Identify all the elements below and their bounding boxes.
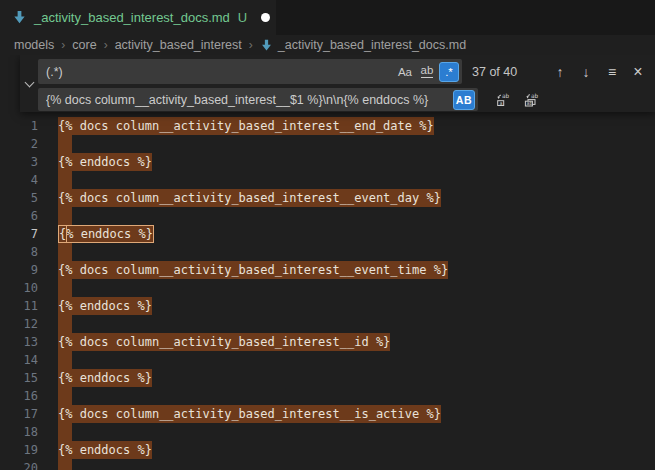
next-match-button[interactable]: ↓ [575, 61, 597, 83]
breadcrumb-item-activity_based_interest[interactable]: activity_based_interest [115, 38, 242, 52]
line-number: 4 [0, 171, 38, 189]
toggle-replace-button[interactable] [20, 55, 38, 112]
line-content[interactable] [58, 171, 655, 189]
line-content[interactable]: {% enddocs %} [58, 369, 655, 387]
line-number: 10 [0, 279, 38, 297]
line-content[interactable] [58, 423, 655, 441]
svg-text:a: a [499, 99, 502, 105]
regex-button[interactable]: .* [439, 62, 459, 82]
line-number: 3 [0, 153, 38, 171]
breadcrumb: models›core›activity_based_interest› _ac… [0, 35, 655, 55]
line-content[interactable] [58, 279, 655, 297]
tab-title: _activity_based_interest_docs.md [34, 10, 230, 25]
editor-line-1: 1{% docs column__activity_based_interest… [0, 117, 655, 135]
line-number: 14 [0, 351, 38, 369]
line-content[interactable]: {% docs column__activity_based_interest_… [58, 189, 655, 207]
line-number: 16 [0, 387, 38, 405]
find-match-highlight: {% enddocs %} [58, 441, 152, 459]
line-content[interactable] [58, 243, 655, 261]
editor: (.*) Aa ab .* 37 of 40 ↑ ↓ ≡ × {% docs c… [0, 55, 655, 470]
line-content[interactable]: {% docs column__activity_based_interest_… [58, 117, 655, 135]
line-number: 17 [0, 405, 38, 423]
editor-line-10: 10 [0, 279, 655, 297]
line-number: 5 [0, 189, 38, 207]
line-number: 15 [0, 369, 38, 387]
selection-icon: ≡ [608, 64, 616, 80]
breadcrumb-item-core[interactable]: core [72, 38, 96, 52]
find-match-highlight [58, 135, 72, 153]
editor-line-5: 5{% docs column__activity_based_interest… [0, 189, 655, 207]
previous-match-button[interactable]: ↑ [549, 61, 571, 83]
line-number: 13 [0, 333, 38, 351]
breadcrumb-file[interactable]: _activity_based_interest_docs.md [278, 38, 466, 52]
chevron-right-icon: › [249, 38, 253, 52]
match-case-button[interactable]: Aa [395, 62, 415, 82]
line-content[interactable] [58, 135, 655, 153]
editor-line-8: 8 [0, 243, 655, 261]
line-content[interactable]: {% docs column__activity_based_interest_… [58, 261, 655, 279]
editor-line-9: 9{% docs column__activity_based_interest… [0, 261, 655, 279]
line-content[interactable]: {% enddocs %} [58, 441, 655, 459]
line-content[interactable] [58, 207, 655, 225]
line-number: 9 [0, 261, 38, 279]
line-number: 2 [0, 135, 38, 153]
editor-line-13: 13{% docs column__activity_based_interes… [0, 333, 655, 351]
find-match-highlight [58, 315, 72, 333]
replace-actions: ab a ab ab [486, 89, 542, 111]
editor-line-3: 3{% enddocs %} [0, 153, 655, 171]
editor-line-14: 14 [0, 351, 655, 369]
find-match-highlight: {% enddocs %} [58, 369, 152, 387]
find-match-highlight [58, 351, 72, 369]
line-number: 18 [0, 423, 38, 441]
arrow-down-icon: ↓ [583, 64, 590, 80]
breadcrumb-item-models[interactable]: models [14, 38, 54, 52]
line-content[interactable]: {% enddocs %} [58, 297, 655, 315]
arrow-up-icon: ↑ [557, 64, 564, 80]
line-number: 19 [0, 441, 38, 459]
replace-button[interactable]: ab a [492, 89, 514, 111]
tab-activity-docs[interactable]: _activity_based_interest_docs.md U [0, 0, 276, 35]
whole-word-button[interactable]: ab [417, 62, 437, 82]
line-content[interactable]: {% docs column__activity_based_interest_… [58, 333, 655, 351]
search-value: (.*) [46, 65, 393, 79]
git-status-badge: U [238, 10, 247, 25]
find-match-highlight [58, 423, 72, 441]
chevron-down-icon [24, 77, 34, 87]
line-number: 1 [0, 117, 38, 135]
line-content[interactable] [58, 387, 655, 405]
code-area: 1{% docs column__activity_based_interest… [0, 117, 655, 470]
editor-line-4: 4 [0, 171, 655, 189]
find-match-highlight [58, 207, 72, 225]
unsaved-dot-icon[interactable] [261, 13, 270, 22]
current-find-match: {% enddocs %} [58, 225, 154, 243]
svg-text:ab: ab [502, 92, 510, 99]
preserve-case-button[interactable]: AB [453, 90, 475, 110]
close-find-button[interactable]: × [627, 61, 649, 83]
line-content[interactable] [58, 315, 655, 333]
editor-line-11: 11{% enddocs %} [0, 297, 655, 315]
editor-line-2: 2 [0, 135, 655, 153]
editor-line-18: 18 [0, 423, 655, 441]
chevron-right-icon: › [104, 38, 108, 52]
chevron-right-icon: › [61, 38, 65, 52]
line-content[interactable] [58, 351, 655, 369]
find-replace-widget: (.*) Aa ab .* 37 of 40 ↑ ↓ ≡ × {% docs c… [20, 55, 655, 112]
line-content[interactable] [58, 459, 655, 470]
editor-line-20: 20 [0, 459, 655, 470]
svg-text:ab: ab [531, 92, 539, 99]
find-match-highlight: {% docs column__activity_based_interest_… [58, 405, 441, 423]
search-input[interactable]: (.*) Aa ab .* [38, 59, 462, 84]
editor-line-16: 16 [0, 387, 655, 405]
close-icon: × [633, 63, 642, 81]
find-in-selection-button[interactable]: ≡ [601, 61, 623, 83]
line-content[interactable]: {% docs column__activity_based_interest_… [58, 405, 655, 423]
line-content[interactable]: {% enddocs %} [58, 225, 655, 243]
editor-line-7: 7{% enddocs %} [0, 225, 655, 243]
replace-all-button[interactable]: ab ab [520, 89, 542, 111]
replace-icon: ab a [495, 92, 511, 108]
markdown-icon [260, 39, 273, 52]
line-content[interactable]: {% enddocs %} [58, 153, 655, 171]
replace-input[interactable]: {% docs column__activity_based_interest_… [38, 88, 478, 111]
editor-line-19: 19{% enddocs %} [0, 441, 655, 459]
line-number: 6 [0, 207, 38, 225]
